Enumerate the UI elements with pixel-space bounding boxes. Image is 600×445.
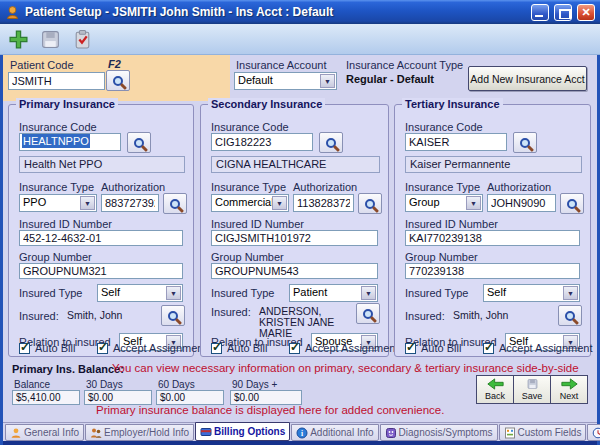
insured-lookup-button[interactable] [356, 303, 380, 324]
authorization-lookup-button[interactable] [358, 193, 382, 214]
chevron-down-icon [320, 74, 335, 88]
panel-title: Secondary Insurance [208, 98, 325, 110]
insured-type-select[interactable]: Self [483, 284, 580, 302]
insurance-code-lookup-button[interactable] [319, 132, 343, 153]
insurance-account-type-value: Regular - Default [346, 73, 434, 85]
insured-id-input[interactable] [19, 230, 183, 246]
group-number-label: Group Number [211, 251, 284, 263]
verify-button[interactable] [68, 26, 96, 52]
authorization-input[interactable] [101, 194, 159, 212]
additional-info-icon: i [296, 427, 308, 439]
billing-options-icon [200, 426, 212, 438]
auto-bill-checkbox[interactable]: Auto Bill [211, 342, 267, 354]
insurance-code-lookup-button[interactable] [127, 132, 151, 153]
save-button[interactable]: Save [513, 375, 551, 404]
toolbar [0, 24, 600, 55]
insured-type-select[interactable]: Patient [289, 284, 378, 302]
group-number-label: Group Number [405, 251, 478, 263]
patient-code-section: Patient Code F2 [3, 55, 230, 101]
search-icon [170, 199, 180, 209]
insurance-account-select[interactable]: Default [234, 72, 337, 90]
back-button[interactable]: Back [476, 375, 514, 404]
search-icon [567, 199, 577, 209]
insured-name: Smith, John [453, 310, 554, 321]
checkbox-checked-icon [19, 343, 30, 354]
insurance-code-input[interactable] [211, 133, 313, 151]
insurance-name-field: CIGNA HEALTHCARE [211, 156, 380, 173]
insured-type-label: Insured Type [211, 287, 274, 299]
general-info-icon [10, 427, 22, 439]
tab-custom-fields[interactable]: Custom Fields [499, 424, 587, 441]
add-new-insurance-acct-button[interactable]: Add New Insurance Acct [468, 66, 587, 91]
authorization-input[interactable] [487, 194, 556, 212]
insurance-code-input[interactable] [405, 133, 507, 151]
window-title: Patient Setup - JSMITH John Smith - Ins … [25, 5, 526, 19]
tab-additional-info[interactable]: i Additional Info [291, 424, 378, 441]
chevron-down-icon [272, 196, 287, 210]
chevron-down-icon [80, 196, 95, 210]
add-icon [8, 29, 29, 50]
group-number-input[interactable] [211, 263, 378, 279]
employer-icon [90, 427, 102, 439]
accept-assignment-checkbox[interactable]: Accept Assignment [483, 342, 593, 354]
tab-general-info[interactable]: General Info [5, 424, 84, 441]
primary-ins-balance-title: Primary Ins. Balance: [12, 363, 124, 375]
insured-id-label: Insured ID Number [405, 218, 498, 230]
patient-lookup-button[interactable] [106, 70, 130, 91]
search-icon [565, 311, 575, 321]
accept-assignment-checkbox[interactable]: Accept Assignment [97, 342, 207, 354]
group-number-input[interactable] [19, 263, 183, 279]
accept-assignment-checkbox[interactable]: Accept Assignment [289, 342, 399, 354]
search-icon [326, 138, 336, 148]
save-icon [526, 378, 539, 390]
insured-type-select[interactable]: Self [97, 284, 183, 302]
insured-id-input[interactable] [405, 230, 580, 246]
insurance-type-label: Insurance Type [211, 181, 286, 193]
checkbox-checked-icon [483, 343, 494, 354]
search-icon [365, 199, 375, 209]
panel-title: Primary Insurance [16, 98, 118, 110]
chevron-down-icon [466, 196, 481, 210]
patient-code-hotkey: F2 [108, 58, 121, 70]
tab-billing-options[interactable]: Billing Options [195, 422, 290, 441]
chevron-down-icon [166, 286, 181, 300]
insurance-type-select[interactable]: Group [405, 194, 483, 212]
search-icon [168, 311, 178, 321]
insurance-type-select[interactable]: PPO [19, 194, 97, 212]
authorization-lookup-button[interactable] [163, 193, 187, 214]
authorization-lookup-button[interactable] [560, 193, 584, 214]
svg-text:i: i [301, 428, 303, 437]
search-icon [134, 138, 144, 148]
insured-lookup-button[interactable] [558, 305, 582, 326]
insurance-account-label: Insurance Account [236, 59, 327, 71]
insurance-code-input[interactable]: HEALTNPPO [19, 133, 121, 151]
maximize-button[interactable] [554, 4, 572, 21]
authorization-label: Authorization [487, 181, 551, 193]
appointments-icon [592, 427, 600, 439]
insured-type-label: Insured Type [19, 287, 82, 299]
tab-diagnosis-symptoms[interactable]: Diagnosis/Symptoms [380, 424, 498, 441]
close-button[interactable] [577, 4, 595, 21]
balance-col-header: 90 Days + [232, 379, 277, 390]
insured-id-label: Insured ID Number [211, 218, 304, 230]
auto-bill-checkbox[interactable]: Auto Bill [405, 342, 461, 354]
insured-id-input[interactable] [211, 230, 378, 246]
insured-lookup-button[interactable] [161, 305, 185, 326]
insurance-name-field: Health Net PPO [19, 156, 185, 173]
tab-employer-hold-info[interactable]: Employer/Hold Info [85, 424, 194, 441]
insurance-type-select[interactable]: Commercial [211, 194, 289, 212]
group-number-input[interactable] [405, 263, 580, 279]
save-toolbar-button[interactable] [36, 26, 64, 52]
minimize-button[interactable] [531, 4, 549, 21]
patient-code-input[interactable] [8, 72, 105, 90]
save-icon [40, 29, 61, 50]
balance-60days-value: $0.00 [156, 390, 224, 405]
tab-appointments[interactable]: Appointments [587, 424, 600, 441]
authorization-input[interactable] [293, 194, 354, 212]
insurance-code-lookup-button[interactable] [513, 132, 537, 153]
next-button[interactable]: Next [550, 375, 588, 404]
add-button[interactable] [4, 26, 32, 52]
auto-bill-checkbox[interactable]: Auto Bill [19, 342, 75, 354]
search-icon [113, 76, 123, 86]
patient-code-label: Patient Code [10, 59, 74, 71]
